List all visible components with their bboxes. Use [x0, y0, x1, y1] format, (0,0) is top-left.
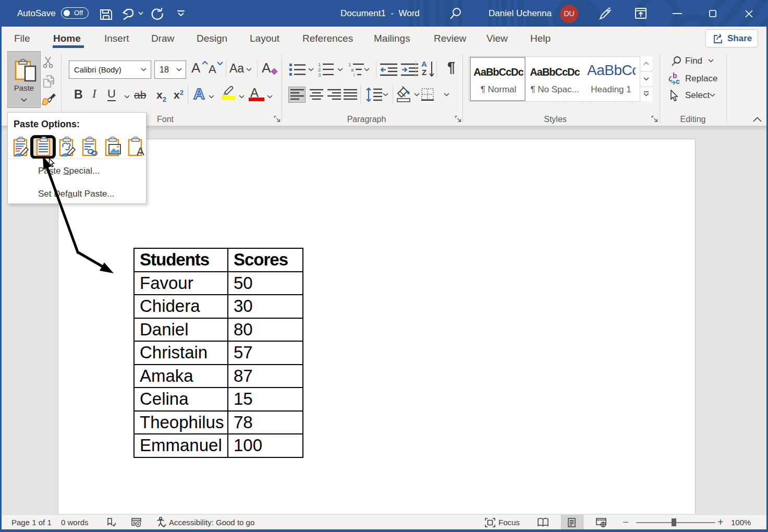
svg-text:i: i	[353, 72, 355, 77]
svg-text:c: c	[676, 77, 680, 85]
svg-text:3: 3	[318, 72, 321, 77]
